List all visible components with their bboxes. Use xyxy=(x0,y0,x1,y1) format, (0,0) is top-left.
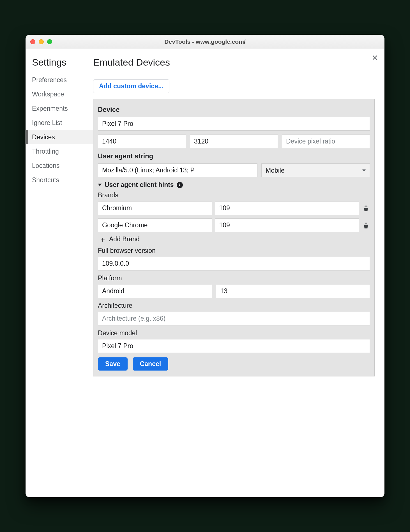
brand-row xyxy=(98,201,370,215)
sidebar-item-locations[interactable]: Locations xyxy=(26,159,93,173)
device-model-label: Device model xyxy=(98,329,370,337)
platform-version-input[interactable] xyxy=(216,284,370,298)
client-hints-toggle[interactable]: User agent client hints i xyxy=(98,181,370,189)
sidebar-item-experiments[interactable]: Experiments xyxy=(26,101,93,116)
sidebar-item-shortcuts[interactable]: Shortcuts xyxy=(26,173,93,187)
platform-label: Platform xyxy=(98,274,370,282)
sidebar-item-workspace[interactable]: Workspace xyxy=(26,87,93,101)
delete-brand-button[interactable] xyxy=(362,205,370,212)
device-heading: Device xyxy=(98,106,370,114)
full-version-label: Full browser version xyxy=(98,247,370,255)
platform-input[interactable] xyxy=(98,284,212,298)
brand-name-input[interactable] xyxy=(98,218,212,232)
close-icon[interactable]: ✕ xyxy=(372,54,378,62)
settings-sidebar: Settings Preferences Workspace Experimen… xyxy=(26,48,93,497)
sidebar-item-preferences[interactable]: Preferences xyxy=(26,73,93,87)
cancel-button[interactable]: Cancel xyxy=(133,357,168,371)
page-title: Emulated Devices xyxy=(93,57,375,73)
save-button[interactable]: Save xyxy=(98,357,128,371)
device-name-input[interactable] xyxy=(98,117,370,131)
add-brand-label: Add Brand xyxy=(109,235,140,243)
info-icon[interactable]: i xyxy=(177,182,183,188)
device-pixel-ratio-input[interactable] xyxy=(282,135,370,148)
sidebar-item-devices[interactable]: Devices xyxy=(26,130,93,144)
trash-icon xyxy=(363,222,369,229)
main-pane: Emulated Devices Add custom device... De… xyxy=(93,48,384,497)
settings-heading: Settings xyxy=(26,57,93,73)
client-hints-heading: User agent client hints xyxy=(105,181,174,189)
window-title: DevTools - www.google.com/ xyxy=(26,38,384,45)
device-form-panel: Device User agent string Mobile xyxy=(93,99,375,376)
brand-name-input[interactable] xyxy=(98,201,212,215)
brand-version-input[interactable] xyxy=(215,218,359,232)
device-type-select[interactable]: Mobile xyxy=(261,163,370,177)
device-width-input[interactable] xyxy=(98,135,186,148)
trash-icon xyxy=(363,205,369,212)
user-agent-input[interactable] xyxy=(98,163,257,177)
add-brand-button[interactable]: ＋ Add Brand xyxy=(99,235,370,243)
device-model-input[interactable] xyxy=(98,339,370,353)
device-height-input[interactable] xyxy=(190,135,278,148)
sidebar-item-throttling[interactable]: Throttling xyxy=(26,144,93,159)
add-custom-device-button[interactable]: Add custom device... xyxy=(93,79,169,93)
architecture-label: Architecture xyxy=(98,302,370,309)
full-version-input[interactable] xyxy=(98,257,370,270)
delete-brand-button[interactable] xyxy=(362,222,370,229)
devtools-window: DevTools - www.google.com/ ✕ Settings Pr… xyxy=(26,35,384,497)
titlebar: DevTools - www.google.com/ xyxy=(26,35,384,48)
plus-icon: ＋ xyxy=(99,236,106,243)
chevron-down-icon xyxy=(98,184,102,186)
brand-row xyxy=(98,218,370,232)
user-agent-heading: User agent string xyxy=(98,152,370,160)
device-type-select-inner[interactable]: Mobile xyxy=(262,164,370,177)
brand-version-input[interactable] xyxy=(215,201,359,215)
architecture-input[interactable] xyxy=(98,312,370,325)
brands-label: Brands xyxy=(98,191,370,199)
sidebar-item-ignore-list[interactable]: Ignore List xyxy=(26,116,93,130)
